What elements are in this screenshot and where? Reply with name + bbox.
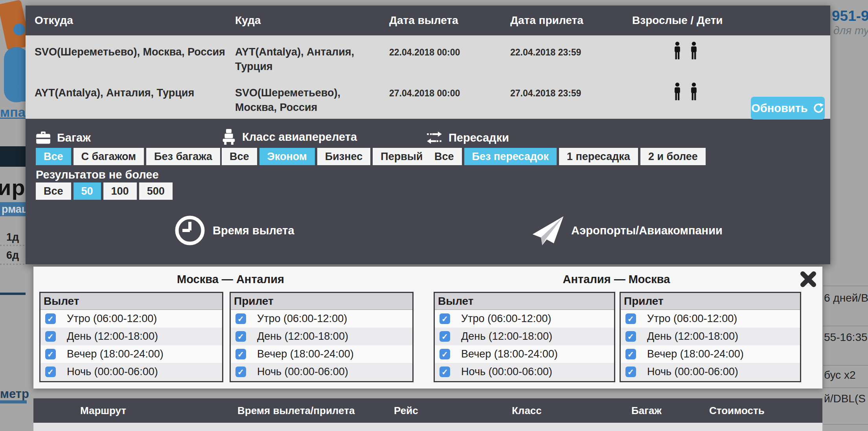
transfers-filter-label: Пересадки xyxy=(427,131,509,145)
transfers-option-two-plus[interactable]: 2 и более xyxy=(640,148,706,165)
checkbox-checked[interactable] xyxy=(235,349,246,359)
flight-segments: SVO(Шереметьево), Москва, Россия AYT(Ant… xyxy=(26,35,830,119)
segment2-to: SVO(Шереметьево), Москва, Россия xyxy=(235,86,340,115)
bg-divider xyxy=(823,387,868,388)
bg-button-fragment: рмац xyxy=(0,202,26,216)
class-option-business[interactable]: Бизнес xyxy=(317,148,370,165)
checkbox-checked[interactable] xyxy=(625,367,636,377)
class-filter-title: Класс авиаперелета xyxy=(242,131,357,144)
checkbox-checked[interactable] xyxy=(440,313,450,324)
results-limit-buttons: Все 50 100 500 xyxy=(36,182,173,200)
close-icon[interactable] xyxy=(800,271,817,288)
class-option-first[interactable]: Первый xyxy=(373,148,430,165)
limit-option-all[interactable]: Все xyxy=(36,182,71,200)
bg-tagline: для ту xyxy=(833,24,868,37)
time-slot-label: День (12:00-18:00) xyxy=(461,330,552,343)
bg-table-fragment: 55-16:35 xyxy=(824,331,868,344)
time-slot-row: Вечер (18:00-24:00) xyxy=(231,345,412,363)
time-slot-label: Вечер (18:00-24:00) xyxy=(257,348,354,360)
checkbox-checked[interactable] xyxy=(440,349,450,359)
checkbox-checked[interactable] xyxy=(440,367,450,377)
results-table-header: Маршрут Время вылета/прилета Рейс Класс … xyxy=(33,398,822,423)
timebox-header: Вылет xyxy=(435,293,614,310)
time-slot-label: Утро (06:00-12:00) xyxy=(67,313,157,325)
limit-option-100[interactable]: 100 xyxy=(103,182,137,200)
checkbox-checked[interactable] xyxy=(625,349,636,359)
col-header-arrive-date: Дата прилета xyxy=(510,6,583,35)
limit-option-50[interactable]: 50 xyxy=(74,182,101,200)
person-icon xyxy=(689,83,699,101)
col-header-passengers: Взрослые / Дети xyxy=(632,6,723,35)
results-table-body-strip xyxy=(33,423,822,431)
bg-table-fragment: й/DBL(S xyxy=(824,392,866,405)
bg-divider xyxy=(0,245,24,246)
segment1-passengers xyxy=(672,42,699,60)
transfers-option-none[interactable]: Без пересадок xyxy=(464,148,557,165)
checkbox-checked[interactable] xyxy=(625,331,636,342)
bg-navy-bar xyxy=(0,146,26,167)
bg-divider xyxy=(0,293,26,295)
time-slot-row: Вечер (18:00-24:00) xyxy=(40,345,222,363)
time-slot-label: Ночь (00:00-06:00) xyxy=(67,366,158,378)
timebox-outbound-arrive: Прилет Утро (06:00-12:00) День (12:00-18… xyxy=(230,292,414,382)
checkbox-checked[interactable] xyxy=(45,367,56,377)
checkbox-checked[interactable] xyxy=(235,331,246,342)
airports-airlines-section[interactable]: Аэропорты/Авиакомпании xyxy=(532,215,723,246)
checkbox-checked[interactable] xyxy=(45,331,56,342)
baggage-option-without[interactable]: Без багажа xyxy=(146,148,220,165)
time-slot-row: Ночь (00:00-06:00) xyxy=(435,363,614,381)
paper-plane-icon xyxy=(532,215,564,246)
time-slot-row: Ночь (00:00-06:00) xyxy=(231,363,412,381)
col-header-to: Куда xyxy=(235,6,261,35)
class-option-all[interactable]: Все xyxy=(222,148,257,165)
timebox-return-depart: Вылет Утро (06:00-12:00) День (12:00-18:… xyxy=(434,292,615,382)
results-col-price: Стоимость xyxy=(709,398,765,423)
checkbox-checked[interactable] xyxy=(45,349,56,359)
transfers-option-all[interactable]: Все xyxy=(427,148,462,165)
time-slot-row: Утро (06:00-12:00) xyxy=(231,310,412,328)
bg-row-fragment: 6д xyxy=(6,249,19,262)
segment1-to-line2: Турция xyxy=(235,61,273,72)
airports-airlines-label: Аэропорты/Авиакомпании xyxy=(571,224,723,237)
transfers-filter-buttons: Все Без пересадок 1 пересадка 2 и более xyxy=(427,148,706,165)
checkbox-checked[interactable] xyxy=(625,313,636,324)
time-slot-label: Ночь (00:00-06:00) xyxy=(461,366,552,378)
segment2-from: AYT(Antalya), Анталия, Турция xyxy=(35,86,194,100)
results-col-times: Время вылета/прилета xyxy=(237,398,355,423)
time-slot-label: Ночь (00:00-06:00) xyxy=(257,366,348,378)
transfers-filter-title: Пересадки xyxy=(449,131,509,144)
timebox-header: Прилет xyxy=(231,293,412,310)
class-option-economy[interactable]: Эконом xyxy=(259,148,315,165)
segment2-arrive: 27.04.2018 23:59 xyxy=(510,88,581,99)
transfers-option-one[interactable]: 1 пересадка xyxy=(559,148,638,165)
checkbox-checked[interactable] xyxy=(235,367,246,377)
bg-divider xyxy=(0,400,27,403)
limit-option-500[interactable]: 500 xyxy=(139,182,173,200)
segment2-to-line1: SVO(Шереметьево), xyxy=(235,87,340,99)
refresh-button[interactable]: Обновить xyxy=(751,97,825,120)
checkbox-checked[interactable] xyxy=(235,313,246,324)
time-slot-label: Вечер (18:00-24:00) xyxy=(67,348,164,360)
checkbox-checked[interactable] xyxy=(440,331,450,342)
segment1-from: SVO(Шереметьево), Москва, Россия xyxy=(35,45,225,59)
segment1-to: AYT(Antalya), Анталия, Турция xyxy=(235,45,354,74)
time-slot-row: День (12:00-18:00) xyxy=(231,328,412,345)
results-col-route: Маршрут xyxy=(80,398,126,423)
time-slot-row: Ночь (00:00-06:00) xyxy=(621,363,800,381)
bg-table-fragment: бус x2 xyxy=(824,369,855,381)
departure-time-section[interactable]: Время вылета xyxy=(174,215,294,246)
time-slot-row: День (12:00-18:00) xyxy=(40,328,222,345)
bg-row-fragment: 1д xyxy=(6,231,19,243)
class-filter-label: Класс авиаперелета xyxy=(222,129,357,145)
timebox-header: Прилет xyxy=(621,293,800,310)
segment2-depart: 27.04.2018 00:00 xyxy=(389,88,460,99)
time-slot-label: Утро (06:00-12:00) xyxy=(257,313,347,325)
bg-phone-number: 951-9 xyxy=(832,8,868,24)
time-slot-label: Утро (06:00-12:00) xyxy=(647,313,737,325)
baggage-option-with[interactable]: С багажом xyxy=(74,148,144,165)
time-slot-row: Вечер (18:00-24:00) xyxy=(435,345,614,363)
results-col-flight: Рейс xyxy=(394,398,418,423)
baggage-filter-buttons: Все С багажом Без багажа xyxy=(36,148,220,165)
checkbox-checked[interactable] xyxy=(45,313,56,324)
baggage-option-all[interactable]: Все xyxy=(36,148,71,165)
